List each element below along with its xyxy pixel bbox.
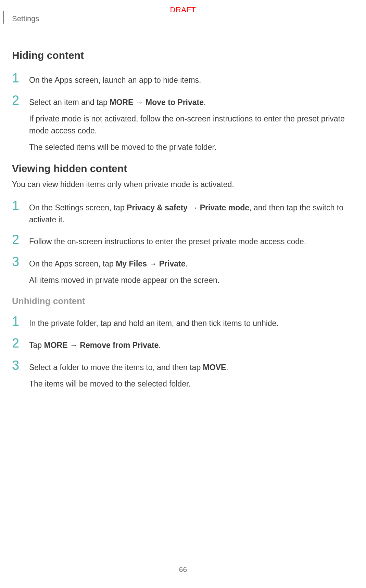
page-content: Hiding content 1 On the Apps screen, lau… xyxy=(12,50,366,397)
viewing-step-2: 2 Follow the on-screen instructions to e… xyxy=(12,233,366,248)
step-text: Tap MORE → Remove from Private. xyxy=(29,339,161,351)
step-text: On the Apps screen, launch an app to hid… xyxy=(29,74,201,86)
text-lead: Select a folder to move the items to, an… xyxy=(29,363,203,372)
unhiding-step-3: 3 Select a folder to move the items to, … xyxy=(12,359,366,390)
arrow-icon: → xyxy=(67,341,80,350)
text-privacy-safety: Privacy & safety xyxy=(127,203,188,212)
step-number: 2 xyxy=(12,233,29,246)
viewing-step-3: 3 On the Apps screen, tap My Files → Pri… xyxy=(12,255,366,286)
heading-unhiding-content: Unhiding content xyxy=(12,296,366,306)
text-move: MOVE xyxy=(203,363,226,372)
step-number: 3 xyxy=(12,255,29,268)
step-number: 2 xyxy=(12,94,29,107)
intro-text: You can view hidden items only when priv… xyxy=(12,179,366,191)
text-lead: Tap xyxy=(29,341,44,350)
draft-watermark: DRAFT xyxy=(170,5,196,14)
step-body: Select an item and tap MORE → Move to Pr… xyxy=(29,94,366,153)
step-text: Select an item and tap MORE → Move to Pr… xyxy=(29,96,366,108)
text-period: . xyxy=(185,259,187,268)
hiding-step-1: 1 On the Apps screen, launch an app to h… xyxy=(12,71,366,86)
text-more: MORE xyxy=(44,341,67,350)
unhiding-step-1: 1 In the private folder, tap and hold an… xyxy=(12,315,366,329)
text-lead: On the Settings screen, tap xyxy=(29,203,127,212)
step-body: Select a folder to move the items to, an… xyxy=(29,359,228,390)
step-text: Follow the on-screen instructions to ent… xyxy=(29,236,306,248)
hiding-step-2: 2 Select an item and tap MORE → Move to … xyxy=(12,94,366,153)
step-body: On the Apps screen, tap My Files → Priva… xyxy=(29,255,219,286)
unhiding-step-2: 2 Tap MORE → Remove from Private. xyxy=(12,337,366,351)
step-number: 2 xyxy=(12,337,29,350)
step-number: 1 xyxy=(12,315,29,328)
page-number: 66 xyxy=(179,565,187,574)
step-text: If private mode is not activated, follow… xyxy=(29,113,366,136)
arrow-icon: → xyxy=(188,203,200,212)
step-body: Tap MORE → Remove from Private. xyxy=(29,337,161,351)
step-number: 1 xyxy=(12,199,29,212)
text-period: . xyxy=(204,98,206,107)
step-text: In the private folder, tap and hold an i… xyxy=(29,317,279,329)
arrow-icon: → xyxy=(133,98,146,107)
step-text: On the Apps screen, tap My Files → Priva… xyxy=(29,258,219,270)
step-number: 1 xyxy=(12,71,29,84)
text-lead: Select an item and tap xyxy=(29,98,110,107)
viewing-step-1: 1 On the Settings screen, tap Privacy & … xyxy=(12,199,366,225)
step-body: Follow the on-screen instructions to ent… xyxy=(29,233,306,248)
step-text: The items will be moved to the selected … xyxy=(29,378,228,390)
step-body: In the private folder, tap and hold an i… xyxy=(29,315,279,329)
header-section-label: Settings xyxy=(12,14,39,23)
heading-hiding-content: Hiding content xyxy=(12,50,366,61)
step-body: On the Apps screen, launch an app to hid… xyxy=(29,71,201,86)
step-text: Select a folder to move the items to, an… xyxy=(29,362,228,374)
step-number: 3 xyxy=(12,359,29,372)
text-private: Private xyxy=(159,259,186,268)
text-my-files: My Files xyxy=(116,259,147,268)
text-period: . xyxy=(226,363,228,372)
step-text: The selected items will be moved to the … xyxy=(29,141,366,153)
step-text: All items moved in private mode appear o… xyxy=(29,274,219,286)
text-lead: On the Apps screen, tap xyxy=(29,259,116,268)
arrow-icon: → xyxy=(147,259,159,268)
text-period: . xyxy=(159,341,161,350)
step-text: On the Settings screen, tap Privacy & sa… xyxy=(29,202,366,225)
text-remove-from-private: Remove from Private xyxy=(80,341,159,350)
header-left-border xyxy=(3,11,4,24)
text-more: MORE xyxy=(110,98,133,107)
heading-viewing-hidden-content: Viewing hidden content xyxy=(12,163,366,174)
text-move-to-private: Move to Private xyxy=(146,98,204,107)
step-body: On the Settings screen, tap Privacy & sa… xyxy=(29,199,366,225)
text-private-mode: Private mode xyxy=(200,203,249,212)
